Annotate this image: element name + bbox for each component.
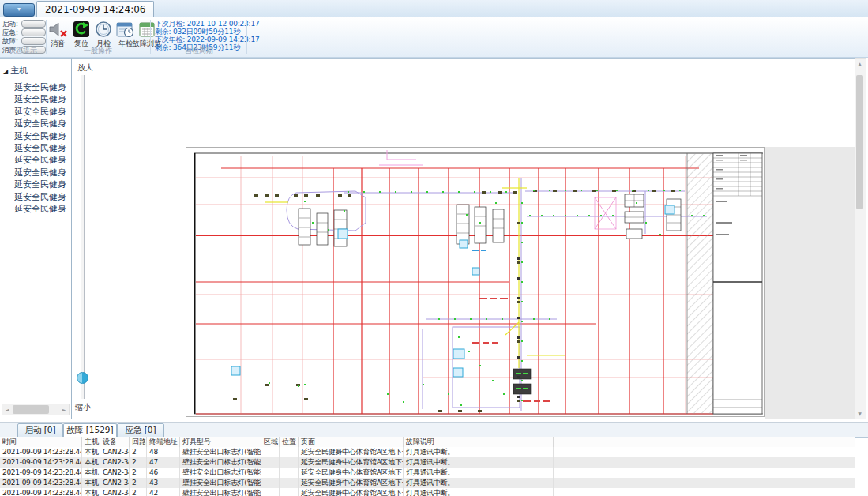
fault-table-cell: 灯具通讯中断。 <box>404 468 554 478</box>
sidebar-item-station[interactable]: 延安全民健身 <box>14 178 71 190</box>
status-group-caption: 状态提示 <box>0 46 46 56</box>
sidebar-item-station[interactable]: 延安全民健身 <box>14 154 71 166</box>
sidebar-item-host-root[interactable]: ◢主机 <box>3 65 28 77</box>
sidebar-item-station[interactable]: 延安全民健身 <box>14 142 71 154</box>
status-fault-indicator <box>21 37 46 45</box>
fault-table-cell: 本机 <box>82 478 100 488</box>
sidebar-item-station[interactable]: 延安全民健身 <box>14 118 71 130</box>
sidebar-item-station[interactable]: 延安全民健身 <box>14 203 71 215</box>
column-header[interactable]: 灯具型号 <box>180 437 261 447</box>
fault-table-cell: 46 <box>147 468 180 478</box>
status-emergency-label: 应急: <box>2 28 18 36</box>
scroll-down-icon[interactable]: ▼ <box>855 409 864 419</box>
fault-table-cell: 壁挂安全出口标志灯(智能型) <box>180 478 261 488</box>
fault-table-cell: 2021-09-09 14:23:28.447 <box>0 457 82 468</box>
scroll-left-icon[interactable]: ◄ <box>2 404 12 415</box>
reset-icon <box>72 21 91 38</box>
tab-start-events[interactable]: 启动 [0] <box>17 423 63 438</box>
ops-group-caption: 一般操作 <box>46 46 150 56</box>
zoom-slider[interactable] <box>81 75 85 399</box>
monthly-check-button[interactable]: 月检 <box>92 21 115 49</box>
sidebar-item-station[interactable]: 延安全民健身 <box>14 106 71 118</box>
fault-table-cell: CAN2-34 <box>100 457 130 468</box>
column-header[interactable]: 回路 <box>130 437 147 447</box>
fault-table-cell: CAN2-34 <box>100 468 130 478</box>
fault-table-cell: 灯具通讯中断。 <box>404 457 554 468</box>
scroll-right-icon[interactable]: ► <box>59 404 69 415</box>
column-header[interactable]: 主机 <box>82 437 100 447</box>
fault-table-cell: 48 <box>147 447 180 457</box>
ribbon-separator <box>150 20 151 54</box>
reset-button[interactable]: 复位 <box>70 21 93 49</box>
fault-table-cell <box>261 488 280 496</box>
column-header[interactable]: 位置 <box>280 437 299 447</box>
cad-floorplan-sheet <box>186 147 765 417</box>
fault-table-cell <box>280 478 299 488</box>
column-header[interactable]: 页面 <box>299 437 404 447</box>
fault-table-cell: 42 <box>147 488 180 496</box>
fault-table-cell: 壁挂安全出口标志灯(智能型) <box>180 488 261 496</box>
fault-table-cell-filler <box>554 478 855 488</box>
fault-table-cell: 延安全民健身中心体育馆A区地下一层 <box>299 447 404 457</box>
tab-emergency-events[interactable]: 应急 [0] <box>117 423 164 438</box>
mute-button[interactable]: 消音 <box>46 21 70 49</box>
fault-table-row[interactable]: 2021-09-09 14:23:28.447本机CAN2-34248壁挂安全出… <box>0 447 855 457</box>
sidebar-item-station[interactable]: 延安全民健身 <box>14 167 71 178</box>
fault-table-cell: 2 <box>130 447 147 457</box>
canvas-vertical-scrollbar[interactable]: ▲ ▼ <box>855 58 866 419</box>
app-menu-dropdown-icon: ▾ <box>17 6 21 13</box>
scroll-up-icon[interactable]: ▲ <box>855 59 864 69</box>
app-menu-button[interactable]: ▾ <box>3 3 35 17</box>
fault-table-cell: 43 <box>147 478 180 488</box>
fault-table-row[interactable]: 2021-09-09 14:23:28.446本机CAN2-34246壁挂安全出… <box>0 468 855 478</box>
fault-table-row[interactable]: 2021-09-09 14:23:28.446本机CAN2-34243壁挂安全出… <box>0 478 855 488</box>
fault-table-cell <box>261 468 280 478</box>
fault-table-cell: 2 <box>130 457 147 468</box>
fault-table-cell: 2021-09-09 14:23:28.447 <box>0 447 82 457</box>
column-header[interactable]: 终端地址 <box>147 437 180 447</box>
fault-table-cell-filler <box>554 457 855 468</box>
sidebar-item-station[interactable]: 延安全民健身 <box>14 191 71 203</box>
fault-table-cell: 2 <box>130 488 147 496</box>
event-tab-strip: 启动 [0] 故障 [1529] 应急 [0] <box>0 423 868 438</box>
fault-table-row[interactable]: 2021-09-09 14:23:28.447本机CAN2-34247壁挂安全出… <box>0 457 855 468</box>
fault-table-cell <box>280 468 299 478</box>
fault-table-cell: 2021-09-09 14:23:28.446 <box>0 478 82 488</box>
sidebar-item-station[interactable]: 延安全民健身 <box>14 81 71 93</box>
fault-table-cell <box>280 457 299 468</box>
fault-table-cell: 壁挂安全出口标志灯(智能型) <box>180 457 261 468</box>
fault-table-row[interactable]: 2021-09-09 14:23:28.445本机CAN2-34242壁挂安全出… <box>0 488 855 496</box>
column-header[interactable]: 故障说明 <box>404 437 554 447</box>
fault-table-cell: CAN2-34 <box>100 478 130 488</box>
floorplan-canvas[interactable]: 放大 缩小 <box>72 58 855 419</box>
column-header[interactable]: 时间 <box>0 437 82 447</box>
zoom-out-label: 缩小 <box>75 402 91 413</box>
cad-drawing <box>186 147 765 417</box>
fault-table-cell: 2 <box>130 468 147 478</box>
fault-table-cell <box>280 447 299 457</box>
fault-table-cell <box>261 457 280 468</box>
fault-table-cell: CAN2-34 <box>100 488 130 496</box>
scrollbar-thumb[interactable] <box>13 405 49 414</box>
column-header[interactable]: 区域 <box>261 437 280 447</box>
datetime-title-tab[interactable]: 2021-09-09 14:24:06 <box>36 1 154 17</box>
ribbon: 启动: 应急: 故障: 消声: 状态提示 消音 复位 月检 <box>0 17 868 58</box>
fault-table-cell: 延安全民健身中心体育馆A区地下一层 <box>299 468 404 478</box>
column-header[interactable]: 设备 <box>100 437 130 447</box>
sidebar-item-station[interactable]: 延安全民健身 <box>14 93 71 105</box>
fault-table-cell <box>261 478 280 488</box>
zoom-in-label: 放大 <box>77 62 93 73</box>
tree-expander-icon[interactable]: ◢ <box>3 68 8 75</box>
fault-table-cell <box>280 488 299 496</box>
zoom-slider-thumb[interactable] <box>77 372 88 384</box>
window-tab-strip: ▾ 2021-09-09 14:24:06 <box>0 0 868 18</box>
fault-table-cell-filler <box>554 488 855 496</box>
sidebar-item-station[interactable]: 延安全民健身 <box>14 130 71 142</box>
fault-table-cell: 2021-09-09 14:23:28.445 <box>0 488 82 496</box>
sidebar-horizontal-scrollbar[interactable]: ◄ ► <box>2 404 70 415</box>
column-header-filler <box>554 437 855 447</box>
calendar-icon <box>137 21 156 38</box>
fault-table-cell-filler <box>554 447 855 457</box>
scrollbar-thumb[interactable] <box>856 75 863 209</box>
fault-table-header: 时间主机设备回路终端地址灯具型号区域位置页面故障说明 <box>0 437 855 448</box>
